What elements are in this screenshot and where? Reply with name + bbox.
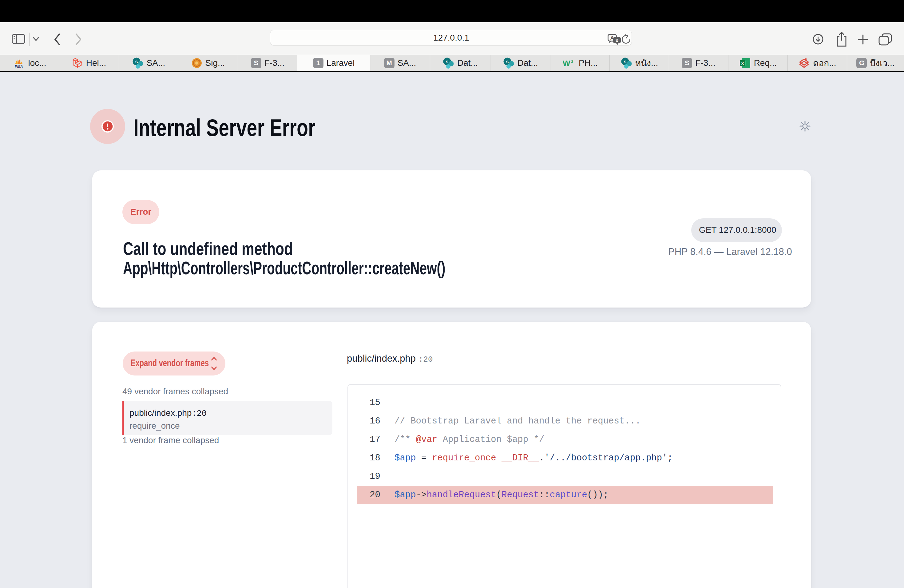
svg-text:x: x	[616, 38, 618, 43]
svg-text:3: 3	[571, 58, 573, 64]
svg-text:W: W	[563, 59, 571, 68]
svg-text:s: s	[446, 59, 449, 64]
svg-text:s: s	[135, 59, 138, 64]
svg-text:s: s	[506, 59, 509, 64]
svg-text:x: x	[741, 60, 744, 66]
svg-text:PMA: PMA	[15, 65, 23, 69]
svg-text:s: s	[624, 59, 626, 64]
